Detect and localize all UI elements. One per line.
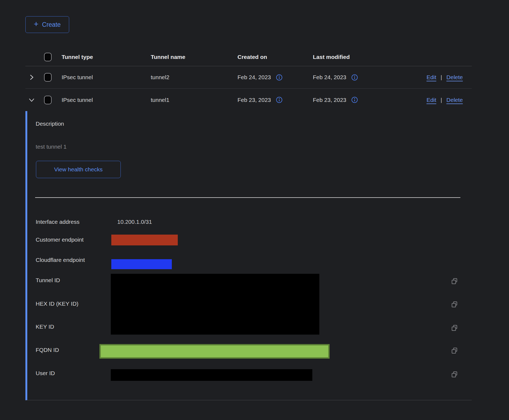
header-tunnel-name: Tunnel name — [151, 54, 237, 60]
copy-user-id-button[interactable] — [451, 371, 458, 378]
header-tunnel-type: Tunnel type — [62, 54, 151, 60]
row-checkbox[interactable] — [44, 73, 52, 82]
user-id-redacted-value — [111, 369, 312, 381]
tunnel-type-cell: IPsec tunnel — [62, 97, 151, 103]
info-icon[interactable] — [276, 96, 283, 103]
edit-link[interactable]: Edit — [427, 74, 436, 81]
copy-fqdn-id-button[interactable] — [451, 347, 458, 354]
info-icon[interactable] — [351, 96, 358, 103]
collapse-row-control[interactable] — [25, 96, 44, 104]
header-created-on: Created on — [237, 54, 313, 60]
customer-endpoint-label: Customer endpoint — [36, 236, 83, 243]
copy-hex-id-button[interactable] — [451, 301, 458, 308]
ipsec-tunnels-page: + Create Tunnel type Tunnel name Created… — [0, 0, 509, 420]
tunnel-detail-panel: Description test tunnel 1 View health ch… — [25, 111, 472, 400]
customer-endpoint-redacted-value — [111, 235, 178, 245]
cloudflare-endpoint-redacted-value — [111, 259, 172, 269]
info-icon[interactable] — [351, 74, 358, 81]
tunnels-table: Tunnel type Tunnel name Created on Last … — [25, 48, 472, 111]
header-last-modified: Last modified — [313, 54, 391, 60]
chevron-right-icon[interactable] — [28, 74, 35, 81]
tunnel-id-label: Tunnel ID — [36, 277, 60, 284]
table-header-row: Tunnel type Tunnel name Created on Last … — [25, 48, 472, 66]
fqdn-id-label: FQDN ID — [36, 347, 59, 353]
section-divider — [35, 197, 460, 198]
description-label: Description — [36, 121, 64, 127]
fqdn-id-redacted-value — [99, 344, 330, 359]
copy-icon[interactable] — [451, 324, 458, 332]
edit-link[interactable]: Edit — [427, 97, 436, 103]
interface-address-value: 10.200.1.0/31 — [117, 219, 152, 225]
ids-redacted-value — [111, 274, 319, 335]
delete-link[interactable]: Delete — [446, 97, 463, 103]
tunnel-name-cell: tunnel2 — [151, 74, 237, 81]
key-id-label: KEY ID — [36, 324, 54, 330]
copy-tunnel-id-button[interactable] — [451, 277, 458, 285]
last-modified-cell: Feb 24, 2023 — [313, 74, 346, 81]
select-all-checkbox[interactable] — [44, 53, 52, 61]
actions-separator: | — [441, 97, 442, 103]
copy-icon[interactable] — [451, 347, 458, 354]
hex-id-label: HEX ID (KEY ID) — [36, 301, 78, 307]
description-value: test tunnel 1 — [36, 144, 66, 150]
info-icon[interactable] — [276, 74, 283, 81]
actions-separator: | — [441, 74, 442, 81]
last-modified-cell: Feb 23, 2023 — [313, 97, 346, 103]
row-checkbox[interactable] — [44, 96, 52, 104]
created-on-cell: Feb 24, 2023 — [237, 74, 271, 81]
table-row: IPsec tunnel tunnel2 Feb 24, 2023 Feb 24… — [25, 66, 472, 89]
created-on-cell: Feb 23, 2023 — [237, 97, 271, 103]
create-button-label: Create — [42, 21, 61, 28]
user-id-label: User ID — [36, 370, 55, 376]
cloudflare-endpoint-label: Cloudflare endpoint — [36, 257, 85, 263]
interface-address-label: Interface address — [36, 219, 79, 225]
view-health-checks-button[interactable]: View health checks — [36, 161, 121, 178]
copy-icon[interactable] — [451, 277, 458, 285]
copy-icon[interactable] — [451, 371, 458, 378]
copy-key-id-button[interactable] — [451, 324, 458, 332]
chevron-down-icon[interactable] — [28, 96, 35, 104]
plus-icon: + — [34, 20, 39, 28]
expand-row-control[interactable] — [25, 74, 44, 81]
delete-link[interactable]: Delete — [446, 74, 463, 81]
create-button[interactable]: + Create — [25, 16, 69, 33]
tunnel-type-cell: IPsec tunnel — [62, 74, 151, 81]
tunnel-name-cell: tunnel1 — [151, 97, 237, 103]
table-row: IPsec tunnel tunnel1 Feb 23, 2023 Feb 23… — [25, 89, 472, 111]
copy-icon[interactable] — [451, 301, 458, 308]
